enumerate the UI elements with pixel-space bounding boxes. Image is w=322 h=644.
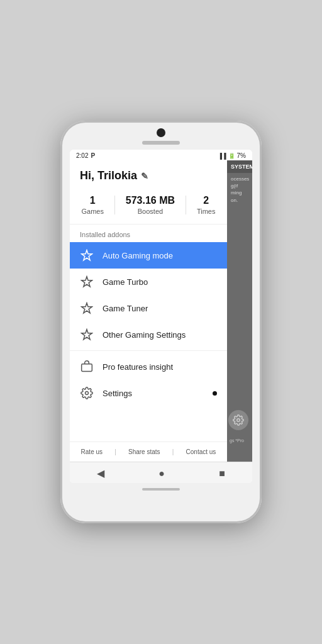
auto-gaming-icon — [80, 248, 94, 262]
rate-us-link[interactable]: Rate us — [81, 448, 103, 455]
game-turbo-label: Game Turbo — [103, 277, 148, 287]
p-icon: P — [91, 152, 95, 159]
status-time: 2:02 — [76, 152, 88, 159]
nav-bar: ◀ ● ■ — [70, 462, 252, 483]
pro-features-icon — [80, 360, 94, 374]
times-label: Times — [197, 208, 216, 215]
phone-home-bar — [142, 488, 180, 491]
times-count: 2 — [203, 195, 209, 206]
bg-panel-icon — [228, 410, 248, 430]
menu-divider — [70, 350, 227, 351]
bg-panel-text: ocessesg(ifmingon. — [227, 173, 252, 206]
other-gaming-label: Other Gaming Settings — [103, 330, 186, 340]
menu-item-pro-features[interactable]: Pro features insight — [70, 353, 227, 380]
games-count: 1 — [90, 195, 96, 206]
phone-screen: 2:02 P ▐▐ 🔋 7% Hi, Trilokia ✎ — [70, 150, 252, 483]
svg-point-1 — [86, 392, 89, 395]
settings-dot-indicator — [213, 391, 217, 396]
menu-item-settings[interactable]: Settings — [70, 380, 227, 406]
phone-device: 2:02 P ▐▐ 🔋 7% Hi, Trilokia ✎ — [60, 121, 262, 523]
home-button[interactable]: ● — [158, 468, 165, 479]
sep-1: | — [114, 448, 116, 455]
drawer-header: Hi, Trilokia ✎ — [70, 160, 227, 189]
boosted-label: Boosted — [138, 208, 163, 215]
greeting-text: Hi, Trilokia — [80, 169, 137, 182]
back-button[interactable]: ◀ — [97, 467, 104, 479]
status-right: ▐▐ 🔋 7% — [218, 152, 246, 159]
divider-1 — [114, 196, 115, 214]
settings-label: Settings — [103, 389, 132, 398]
installed-addons-label: Installed addons — [70, 225, 227, 242]
auto-gaming-label: Auto Gaming mode — [103, 251, 173, 260]
share-stats-link[interactable]: Share stats — [128, 448, 160, 455]
bg-panel: SYSTEM ocessesg(ifmingon. gs *Pro — [227, 160, 252, 462]
signal-icon: ▐▐ — [218, 153, 226, 159]
game-turbo-icon — [80, 275, 94, 289]
other-gaming-icon — [80, 328, 94, 341]
edit-icon[interactable]: ✎ — [141, 171, 148, 181]
svg-rect-0 — [82, 364, 92, 372]
settings-icon — [80, 386, 94, 400]
bottom-links: Rate us | Share stats | Contact us — [70, 441, 227, 462]
battery-icon: 🔋 — [228, 153, 235, 159]
battery-percent: 7% — [237, 152, 246, 159]
boosted-amount: 573.16 MB — [126, 195, 175, 206]
menu-item-game-tuner[interactable]: Game Tuner — [70, 295, 227, 321]
bg-panel-system-label: SYSTEM — [227, 160, 252, 173]
stats-row: 1 Games 573.16 MB Boosted 2 Times — [70, 189, 227, 225]
stat-games: 1 Games — [81, 195, 103, 215]
status-left: 2:02 P — [76, 152, 95, 159]
drawer: Hi, Trilokia ✎ 1 Games 573.16 MB Boosted — [70, 160, 227, 462]
speaker — [142, 141, 180, 145]
game-tuner-label: Game Tuner — [103, 304, 148, 313]
sep-2: | — [172, 448, 174, 455]
menu-item-other-gaming[interactable]: Other Gaming Settings — [70, 321, 227, 348]
svg-point-2 — [237, 419, 240, 422]
stat-boosted: 573.16 MB Boosted — [126, 195, 175, 215]
recents-button[interactable]: ■ — [219, 468, 225, 479]
games-label: Games — [81, 208, 103, 215]
pro-features-label: Pro features insight — [103, 362, 173, 372]
divider-2 — [186, 196, 186, 214]
screen-content: Hi, Trilokia ✎ 1 Games 573.16 MB Boosted — [70, 160, 252, 462]
menu-item-auto-gaming[interactable]: Auto Gaming mode — [70, 242, 227, 269]
greeting: Hi, Trilokia ✎ — [80, 169, 217, 182]
status-bar: 2:02 P ▐▐ 🔋 7% — [70, 150, 252, 160]
stat-times: 2 Times — [197, 195, 216, 215]
contact-us-link[interactable]: Contact us — [186, 448, 216, 455]
bg-panel-bottom-text: gs *Pro — [230, 438, 244, 443]
camera — [157, 128, 165, 137]
menu-item-game-turbo[interactable]: Game Turbo — [70, 269, 227, 295]
game-tuner-icon — [80, 301, 94, 315]
